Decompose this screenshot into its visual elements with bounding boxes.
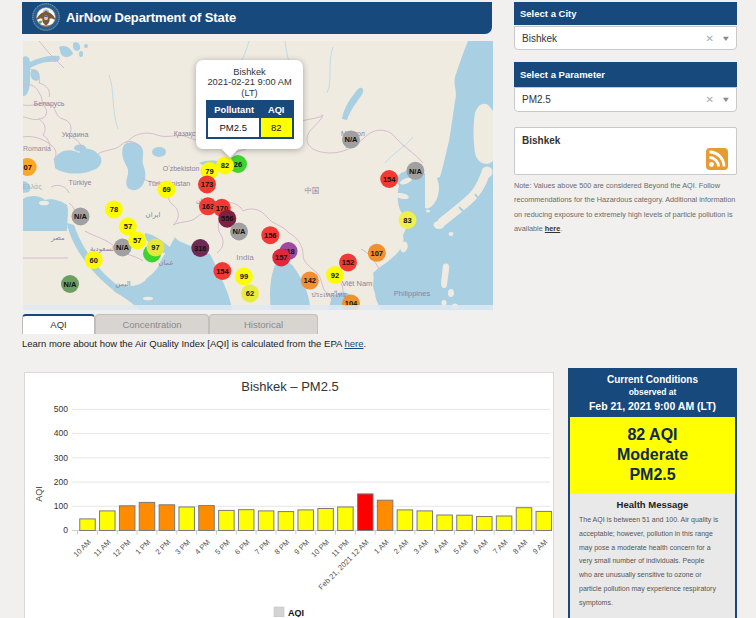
svg-text:6 AM: 6 AM (471, 538, 489, 556)
svg-text:10 PM: 10 PM (309, 538, 331, 560)
svg-text:N/A: N/A (74, 212, 88, 221)
svg-text:AQI: AQI (34, 486, 44, 502)
svg-text:1 PM: 1 PM (134, 538, 153, 557)
svg-text:99: 99 (240, 272, 248, 281)
svg-text:Oʼzbekiston: Oʼzbekiston (163, 165, 200, 172)
svg-text:0: 0 (63, 525, 68, 535)
svg-text:97: 97 (151, 243, 159, 252)
svg-text:7 AM: 7 AM (491, 538, 509, 556)
svg-text:3 AM: 3 AM (412, 538, 430, 556)
svg-text:Беларусь: Беларусь (34, 100, 65, 108)
svg-text:4 PM: 4 PM (193, 538, 212, 557)
svg-text:N/A: N/A (409, 167, 423, 176)
svg-text:10 AM: 10 AM (72, 538, 93, 559)
svg-text:Bishkek – PM2.5: Bishkek – PM2.5 (241, 379, 339, 394)
svg-text:8 PM: 8 PM (273, 538, 292, 557)
svg-text:Việt Nam: Việt Nam (342, 279, 373, 288)
svg-text:ประเทศไทย: ประเทศไทย (311, 290, 347, 298)
svg-text:12 PM: 12 PM (111, 538, 133, 560)
svg-text:Philippines: Philippines (394, 289, 431, 298)
svg-text:5 PM: 5 PM (213, 538, 232, 557)
svg-text:82: 82 (221, 161, 229, 170)
svg-text:9 PM: 9 PM (292, 538, 311, 557)
svg-text:N/A: N/A (116, 243, 130, 252)
svg-text:1 AM: 1 AM (372, 538, 390, 556)
svg-text:173: 173 (201, 180, 214, 189)
svg-text:163: 163 (202, 202, 215, 211)
svg-text:2 PM: 2 PM (154, 538, 173, 557)
svg-text:6 PM: 6 PM (233, 538, 252, 557)
svg-text:N/A: N/A (64, 280, 78, 289)
svg-text:26: 26 (234, 160, 242, 169)
svg-text:142: 142 (304, 276, 317, 285)
svg-text:556: 556 (221, 214, 234, 223)
svg-text:107: 107 (371, 249, 384, 258)
svg-text:اليمن: اليمن (115, 280, 131, 288)
svg-text:60: 60 (90, 256, 98, 265)
svg-text:9 AM: 9 AM (531, 538, 549, 556)
svg-text:Украина: Украина (62, 131, 89, 139)
svg-text:92: 92 (331, 271, 339, 280)
svg-text:78: 78 (110, 205, 118, 214)
svg-text:Türkiye: Türkiye (69, 179, 92, 187)
svg-text:152: 152 (342, 258, 355, 267)
svg-text:57: 57 (124, 222, 132, 231)
svg-text:مصر: مصر (50, 234, 65, 242)
svg-text:Ελλάς: Ελλάς (23, 183, 42, 191)
svg-text:ايران: ايران (146, 211, 161, 219)
svg-text:N/A: N/A (345, 135, 359, 144)
svg-text:N/A: N/A (233, 227, 247, 236)
svg-text:69: 69 (162, 185, 170, 194)
svg-text:AQI: AQI (288, 608, 304, 618)
svg-text:100: 100 (54, 501, 68, 511)
svg-text:400: 400 (54, 428, 68, 438)
svg-text:79: 79 (205, 167, 213, 176)
svg-text:8 AM: 8 AM (511, 538, 529, 556)
svg-text:316: 316 (194, 244, 207, 253)
svg-text:7 PM: 7 PM (253, 538, 272, 557)
svg-text:Romania: Romania (23, 145, 51, 152)
svg-text:57: 57 (133, 236, 141, 245)
svg-text:07: 07 (24, 163, 32, 172)
svg-text:India: India (236, 253, 254, 262)
svg-text:157: 157 (275, 253, 288, 262)
svg-text:4 AM: 4 AM (432, 538, 450, 556)
svg-text:62: 62 (246, 289, 254, 298)
svg-text:中国: 中国 (305, 186, 320, 195)
svg-text:83: 83 (403, 216, 411, 225)
svg-text:11 AM: 11 AM (92, 538, 113, 559)
svg-text:عمان: عمان (158, 259, 174, 266)
svg-text:156: 156 (264, 231, 277, 240)
svg-text:154: 154 (383, 175, 396, 184)
svg-text:5 AM: 5 AM (451, 538, 469, 556)
svg-text:500: 500 (54, 404, 68, 414)
svg-text:154: 154 (216, 267, 229, 276)
svg-text:200: 200 (54, 477, 68, 487)
svg-text:3 PM: 3 PM (173, 538, 192, 557)
svg-text:300: 300 (54, 453, 68, 463)
svg-text:2 AM: 2 AM (392, 538, 410, 556)
